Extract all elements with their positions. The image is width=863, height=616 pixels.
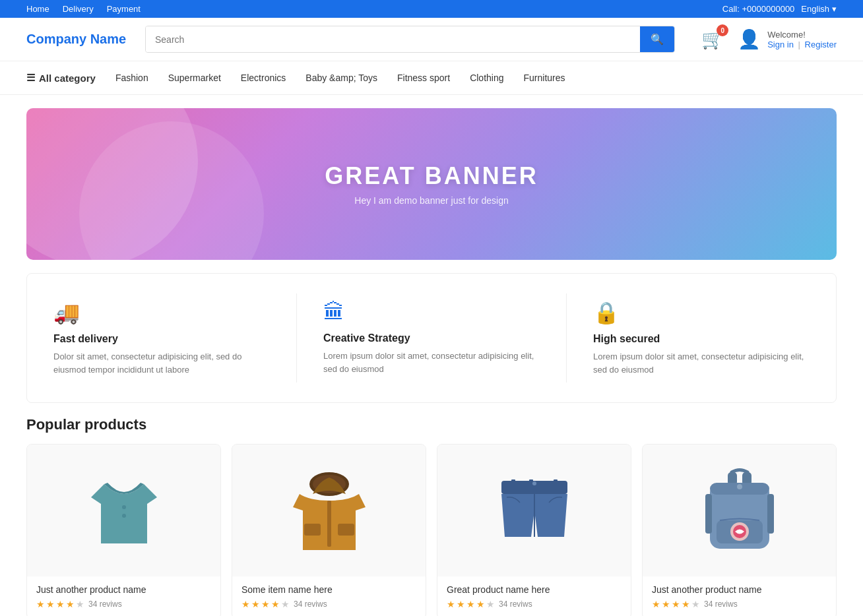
search-button[interactable]: 🔍 <box>640 26 674 52</box>
auth-links: Sign in | Register <box>767 40 837 49</box>
feature-delivery: 🚚 Fast delivery Dolor sit amet, consecte… <box>27 293 297 383</box>
star-icon: ★ <box>261 599 270 609</box>
product-image-4 <box>643 445 836 576</box>
star-icon: ★ <box>66 599 75 609</box>
star-icon: ★ <box>682 599 690 609</box>
shorts-image <box>482 458 587 563</box>
jacket-image <box>276 458 382 563</box>
nav-clothing[interactable]: Clothing <box>470 62 503 94</box>
svg-point-23 <box>737 484 742 489</box>
feature-strategy-desc: Lorem ipsum dolor sit amet, consectetur … <box>323 350 540 375</box>
product-image-3 <box>437 445 631 576</box>
top-bar: Home Delivery Payment Call: +0000000000 … <box>0 0 863 18</box>
stars-2: ★ ★ ★ ★ ★ <box>241 599 290 609</box>
star-icon: ★ <box>271 599 280 609</box>
nav-fashion[interactable]: Fashion <box>115 62 148 94</box>
feature-delivery-title: Fast delivery <box>53 333 270 345</box>
hamburger-icon: ☰ <box>26 72 35 84</box>
svg-rect-4 <box>327 501 331 547</box>
nav-bar: ☰ All category Fashion Supermarket Elect… <box>0 61 863 95</box>
svg-rect-5 <box>304 524 321 536</box>
language-dropdown[interactable]: English ▾ <box>801 4 837 14</box>
star-icon: ★ <box>46 599 55 609</box>
star-icon: ★ <box>56 599 65 609</box>
svg-rect-21 <box>705 494 712 534</box>
welcome-text: Welcome! <box>767 30 837 40</box>
auth-divider: | <box>798 40 800 49</box>
search-icon: 🔍 <box>651 34 664 45</box>
header-right: 🛒 0 👤 Welcome! Sign in | Register <box>701 28 837 50</box>
banner-subtitle: Hey I am demo banner just for design <box>354 195 508 206</box>
sign-in-link[interactable]: Sign in <box>767 40 794 49</box>
feature-secured-desc: Lorem ipsum dolor sit amet, consectetur … <box>593 350 810 376</box>
nav-baby-toys[interactable]: Baby &amp; Toys <box>305 62 377 94</box>
feature-secured: 🔒 High secured Lorem ipsum dolor sit ame… <box>567 293 836 383</box>
product-info-4: Just another product name ★ ★ ★ ★ ★ 34 r… <box>643 576 836 616</box>
delivery-icon: 🚚 <box>53 300 270 325</box>
star-icon: ★ <box>281 599 290 609</box>
banner-title: GREAT BANNER <box>325 162 538 190</box>
nav-electronics[interactable]: Electronics <box>241 62 286 94</box>
product-card-2[interactable]: Some item name here ★ ★ ★ ★ ★ 34 reviws <box>232 444 426 616</box>
product-rating-2: ★ ★ ★ ★ ★ 34 reviws <box>241 599 416 609</box>
review-count-2: 34 reviws <box>294 600 327 609</box>
nav-home[interactable]: Home <box>26 4 49 14</box>
nav-payment[interactable]: Payment <box>107 4 141 14</box>
nav-delivery[interactable]: Delivery <box>63 4 94 14</box>
product-card-1[interactable]: Just another product name ★ ★ ★ ★ ★ 34 r… <box>26 444 221 616</box>
product-card-3[interactable]: Great product name here ★ ★ ★ ★ ★ 34 rev… <box>437 444 631 616</box>
strategy-icon: 🏛 <box>323 300 540 324</box>
user-section: 👤 Welcome! Sign in | Register <box>738 28 837 50</box>
product-card-4[interactable]: Just another product name ★ ★ ★ ★ ★ 34 r… <box>642 444 837 616</box>
star-icon: ★ <box>241 599 250 609</box>
svg-point-13 <box>532 481 536 485</box>
stars-3: ★ ★ ★ ★ ★ <box>447 599 495 609</box>
cart-button[interactable]: 🛒 0 <box>701 28 724 50</box>
dropdown-arrow-icon: ▾ <box>832 4 837 14</box>
star-icon: ★ <box>662 599 670 609</box>
product-info-1: Just another product name ★ ★ ★ ★ ★ 34 r… <box>27 576 220 616</box>
register-link[interactable]: Register <box>805 40 837 49</box>
hero-banner: GREAT BANNER Hey I am demo banner just f… <box>26 108 837 260</box>
star-icon: ★ <box>447 599 455 609</box>
product-info-2: Some item name here ★ ★ ★ ★ ★ 34 reviws <box>232 576 426 616</box>
shirt-image <box>71 458 177 563</box>
feature-secured-title: High secured <box>593 333 810 345</box>
review-count-4: 34 reviws <box>704 600 738 609</box>
product-name-4: Just another product name <box>652 584 827 595</box>
language-label: English <box>801 4 829 14</box>
user-text: Welcome! Sign in | Register <box>767 30 837 49</box>
products-grid: Just another product name ★ ★ ★ ★ ★ 34 r… <box>26 444 837 616</box>
nav-fitness[interactable]: Fitness sport <box>397 62 450 94</box>
nav-furnitures[interactable]: Furnitures <box>524 62 565 94</box>
product-rating-1: ★ ★ ★ ★ ★ 34 reviws <box>36 599 211 609</box>
svg-point-0 <box>122 505 126 509</box>
star-icon: ★ <box>76 599 84 609</box>
nav-supermarket[interactable]: Supermarket <box>168 62 221 94</box>
stars-4: ★ ★ ★ ★ ★ <box>652 599 700 609</box>
user-icon: 👤 <box>738 28 761 50</box>
feature-strategy-title: Creative Strategy <box>323 332 540 344</box>
top-nav: Home Delivery Payment <box>26 4 141 14</box>
phone-label: Call: +0000000000 <box>722 4 795 14</box>
product-name-2: Some item name here <box>241 584 416 595</box>
logo[interactable]: Company Name <box>26 32 132 47</box>
svg-rect-22 <box>767 494 774 534</box>
search-input[interactable] <box>146 26 640 52</box>
top-bar-right: Call: +0000000000 English ▾ <box>722 4 837 14</box>
all-category[interactable]: ☰ All category <box>26 61 96 94</box>
star-icon: ★ <box>251 599 260 609</box>
review-count-3: 34 reviws <box>499 600 532 609</box>
bag-image <box>687 458 792 563</box>
product-name-3: Great product name here <box>447 584 622 595</box>
review-count-1: 34 reviws <box>88 600 122 609</box>
svg-point-1 <box>122 514 126 518</box>
popular-section: Popular products Just another product na… <box>26 416 837 616</box>
svg-rect-6 <box>338 524 354 536</box>
secured-icon: 🔒 <box>593 300 810 325</box>
product-rating-4: ★ ★ ★ ★ ★ 34 reviws <box>652 599 827 609</box>
star-icon: ★ <box>476 599 485 609</box>
product-info-3: Great product name here ★ ★ ★ ★ ★ 34 rev… <box>437 576 631 616</box>
star-icon: ★ <box>486 599 495 609</box>
star-icon: ★ <box>652 599 660 609</box>
